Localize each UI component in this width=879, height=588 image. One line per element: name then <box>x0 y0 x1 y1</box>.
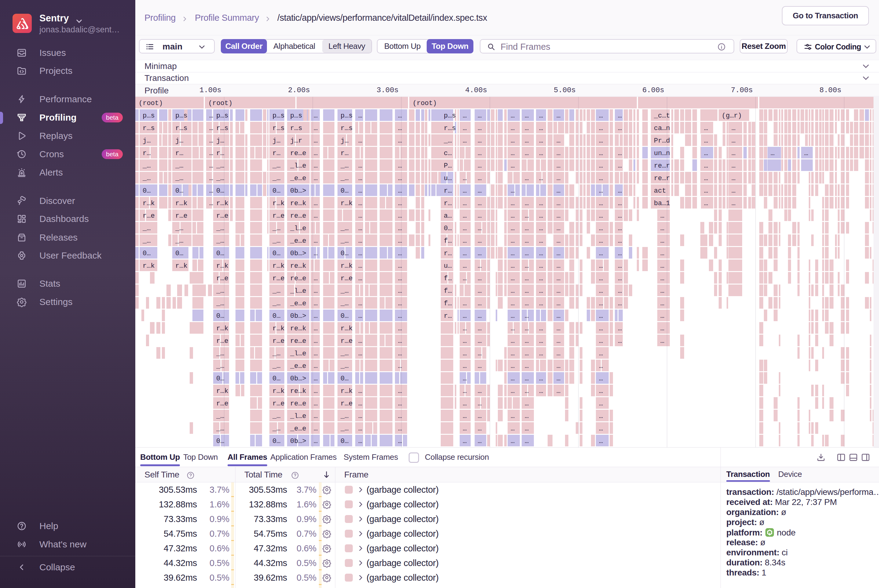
svg-text:r…k: r…k <box>272 325 285 333</box>
svg-text:un…n: un…n <box>654 150 670 157</box>
svg-text:re…r: re…r <box>654 175 670 182</box>
svg-text:…: … <box>511 300 515 308</box>
svg-text:…: … <box>539 300 543 308</box>
svg-text:0…: 0… <box>175 187 183 195</box>
svg-text:…: … <box>511 137 515 145</box>
svg-text:…: … <box>732 162 735 170</box>
svg-text:…: … <box>478 325 482 333</box>
svg-text:…: … <box>660 262 664 270</box>
svg-text:…: … <box>599 150 603 157</box>
svg-text:…: … <box>358 338 362 345</box>
svg-text:…: … <box>525 325 529 333</box>
svg-text:…: … <box>525 350 529 357</box>
svg-text:…: … <box>463 175 467 182</box>
svg-text:…: … <box>478 250 482 257</box>
svg-text:…: … <box>556 237 560 245</box>
svg-text:…: … <box>556 300 560 308</box>
svg-text:0…: 0… <box>143 250 150 257</box>
svg-text:…: … <box>358 212 362 220</box>
svg-text:…: … <box>358 262 362 270</box>
svg-text:…: … <box>358 175 362 182</box>
svg-text:…: … <box>358 312 362 320</box>
svg-text:…: … <box>478 212 482 220</box>
svg-text:…: … <box>511 200 515 207</box>
svg-text:r…s: r…s <box>444 124 456 132</box>
svg-text:r…k: r…k <box>143 262 155 270</box>
svg-text:…: … <box>478 350 482 357</box>
svg-text:_…: _… <box>272 225 280 232</box>
svg-text:…: … <box>463 400 467 408</box>
svg-text:…: … <box>599 250 603 257</box>
svg-text:_…: _… <box>272 162 280 170</box>
svg-text:…: … <box>314 175 318 182</box>
svg-text:…: … <box>539 200 543 207</box>
svg-text:…: … <box>704 137 708 145</box>
svg-text:…: … <box>599 362 603 370</box>
svg-text:…: … <box>618 250 622 257</box>
svg-text:_…: _… <box>216 300 224 308</box>
svg-text:a…: a… <box>444 212 452 220</box>
svg-text:_…: _… <box>272 300 280 308</box>
svg-text:…: … <box>599 187 603 195</box>
svg-text:…: … <box>358 387 362 395</box>
svg-text:_…: _… <box>175 162 183 170</box>
svg-text:…: … <box>314 375 318 382</box>
svg-text:0…: 0… <box>272 375 280 382</box>
svg-text:…: … <box>463 212 467 220</box>
svg-text:…: … <box>463 438 467 445</box>
svg-text:…: … <box>539 250 543 257</box>
svg-text:_…: _… <box>142 162 150 170</box>
svg-text:…: … <box>463 425 467 433</box>
svg-text:P…: P… <box>444 162 452 170</box>
svg-text:…: … <box>314 287 318 295</box>
svg-text:…: … <box>556 250 560 257</box>
svg-text:…: … <box>556 312 560 320</box>
svg-text:…: … <box>358 187 362 195</box>
svg-text:…: … <box>511 425 515 433</box>
svg-text:…: … <box>314 200 318 207</box>
svg-text:…: … <box>314 237 318 245</box>
svg-text:_…: _… <box>340 425 349 433</box>
svg-text:…: … <box>660 212 664 220</box>
svg-text:r…s: r…s <box>216 124 228 132</box>
svg-text:…: … <box>539 287 543 295</box>
svg-text:0b…>: 0b…> <box>290 375 307 382</box>
svg-text:_l…e: _l…e <box>290 162 307 170</box>
svg-text:…: … <box>511 350 515 357</box>
svg-text:_…: _… <box>216 350 224 357</box>
svg-text:…: … <box>314 438 318 445</box>
svg-text:…: … <box>660 250 664 257</box>
svg-text:…: … <box>599 212 603 220</box>
svg-text:_…: _… <box>340 162 349 170</box>
svg-text:0…: 0… <box>341 187 349 195</box>
svg-text:…: … <box>209 124 213 132</box>
svg-text:r…k: r…k <box>175 262 188 270</box>
svg-text:…: … <box>525 387 529 395</box>
svg-text:…: … <box>599 312 603 320</box>
svg-text:r…k: r…k <box>143 200 155 207</box>
svg-text:…: … <box>511 438 515 445</box>
svg-text:…: … <box>314 137 318 145</box>
svg-text:…: … <box>732 187 735 195</box>
svg-text:…: … <box>556 338 560 345</box>
svg-text:f…: f… <box>444 275 452 282</box>
svg-text:0…: 0… <box>272 250 280 257</box>
svg-text:…: … <box>314 312 318 320</box>
svg-text:…: … <box>478 262 482 270</box>
svg-text:…: … <box>463 187 467 195</box>
svg-text:…: … <box>314 350 318 357</box>
svg-text:…: … <box>599 438 603 445</box>
svg-text:…: … <box>358 438 362 445</box>
svg-text:re…k: re…k <box>290 200 307 207</box>
svg-text:_…: _… <box>216 425 224 433</box>
svg-text:…: … <box>660 338 664 345</box>
svg-text:f…: f… <box>444 237 452 245</box>
svg-text:…: … <box>463 250 467 257</box>
svg-text:r…e: r…e <box>272 212 285 220</box>
svg-text:0…: 0… <box>175 250 183 257</box>
svg-text:…: … <box>478 400 482 408</box>
svg-text:…: … <box>599 162 603 170</box>
svg-text:…: … <box>478 312 482 320</box>
svg-text:…: … <box>618 325 622 333</box>
svg-text:…: … <box>314 112 318 120</box>
